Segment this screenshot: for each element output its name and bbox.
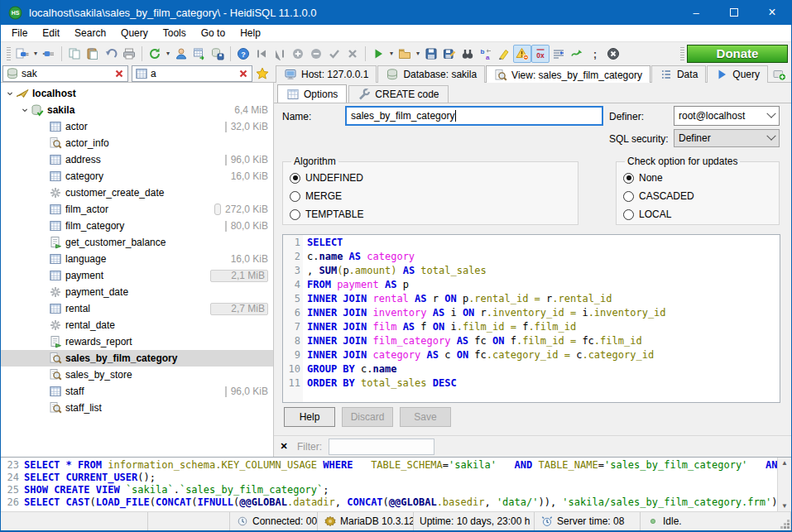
radio-button-icon[interactable] xyxy=(623,191,634,202)
save-database-button[interactable] xyxy=(209,45,227,63)
maximize-button[interactable] xyxy=(715,0,753,25)
tab-create-code[interactable]: CREATE code xyxy=(348,85,448,103)
definer-combobox[interactable]: root@localhost xyxy=(674,106,780,126)
scroll-down-icon[interactable]: ▼ xyxy=(781,502,788,510)
tree-item-get-customer-balance[interactable]: get_customer_balance xyxy=(1,234,273,251)
radio-button-icon[interactable] xyxy=(290,191,300,202)
favorites-button[interactable] xyxy=(252,65,272,83)
tab-host-127-0-0-1[interactable]: Host: 127.0.0.1 xyxy=(276,65,377,83)
chevron-expanded-icon[interactable] xyxy=(19,105,31,115)
clear-filter-icon[interactable] xyxy=(237,67,250,80)
tree-item-film-actor[interactable]: film_actor272,0 KiB xyxy=(1,201,273,218)
menu-query[interactable]: Query xyxy=(113,26,156,41)
tree-item-payment[interactable]: payment2,1 MiB xyxy=(1,267,273,284)
close-button[interactable]: × xyxy=(753,0,791,25)
tab-database-sakila[interactable]: Database: sakila xyxy=(377,65,485,83)
tree-item-category[interactable]: category16,0 KiB xyxy=(1,168,273,185)
radio-button-icon[interactable] xyxy=(290,209,300,220)
dropdown-caret-icon[interactable]: ▾ xyxy=(414,45,422,63)
menu-file[interactable]: File xyxy=(4,26,35,41)
dropdown-caret-icon[interactable]: ▾ xyxy=(387,45,396,63)
tree-item-localhost[interactable]: localhost xyxy=(1,85,273,102)
connect-button[interactable] xyxy=(13,45,31,63)
help-button[interactable]: Help xyxy=(284,407,335,427)
view-name-input[interactable]: sales_by_film_category xyxy=(345,106,603,126)
view-sql-editor[interactable]: 1234567891011 SELECTc.name AS category, … xyxy=(282,234,780,403)
check-option-radio-none[interactable]: None xyxy=(623,169,772,187)
disconnect-button[interactable] xyxy=(40,45,58,63)
tree-item-address[interactable]: address96,0 KiB xyxy=(1,151,273,168)
table-filter-input[interactable]: a xyxy=(132,65,252,82)
warning-filter-button[interactable] xyxy=(513,45,531,63)
algorithm-radio-merge[interactable]: MERGE xyxy=(290,187,571,205)
menu-help[interactable]: Help xyxy=(233,26,268,41)
hex-view-button[interactable]: 0x xyxy=(531,45,550,63)
minimize-button[interactable]: – xyxy=(677,0,715,25)
highlight-button[interactable] xyxy=(495,45,513,63)
sql-log-panel[interactable]: 23SELECT * FROM information_schema.KEY_C… xyxy=(1,457,791,511)
tree-item-sales-by-store[interactable]: sales_by_store xyxy=(1,367,273,383)
help-button[interactable]: ? xyxy=(234,45,252,63)
cancel-editing-button[interactable] xyxy=(343,45,362,63)
refresh-button[interactable] xyxy=(146,45,164,63)
menu-tools[interactable]: Tools xyxy=(156,26,194,41)
tab-data[interactable]: Data xyxy=(651,65,706,83)
filter-input[interactable] xyxy=(329,439,434,455)
clear-filter-icon[interactable] xyxy=(113,67,126,80)
check-option-radio-cascaded[interactable]: CASCADED xyxy=(623,187,772,205)
tree-item-rental-date[interactable]: rental_date xyxy=(1,317,273,333)
tree-item-actor[interactable]: actor32,0 KiB xyxy=(1,118,273,135)
load-sql-file-button[interactable] xyxy=(396,45,414,63)
tree-item-rental[interactable]: rental2,7 MiB xyxy=(1,300,273,317)
tree-item-film-category[interactable]: film_category80,0 KiB xyxy=(1,218,273,234)
tree-item-sales-by-film-category[interactable]: sales_by_film_category xyxy=(1,350,273,367)
first-record-button[interactable] xyxy=(252,45,271,63)
scroll-up-icon[interactable]: ▲ xyxy=(781,459,788,467)
discard-button[interactable]: Discard xyxy=(342,407,393,427)
tree-item-payment-date[interactable]: payment_date xyxy=(1,284,273,300)
tree-item-staff[interactable]: staff96,0 KiB xyxy=(1,383,273,400)
close-filter-icon[interactable]: ✕ xyxy=(274,441,294,452)
tree-item-rewards-report[interactable]: rewards_report xyxy=(1,333,273,350)
menu-search[interactable]: Search xyxy=(67,26,113,41)
tree-item-language[interactable]: language16,0 KiB xyxy=(1,251,273,267)
algorithm-radio-temptable[interactable]: TEMPTABLE xyxy=(290,205,571,223)
paste-button[interactable] xyxy=(84,45,102,63)
menu-go-to[interactable]: Go to xyxy=(194,26,233,41)
menu-edit[interactable]: Edit xyxy=(35,26,67,41)
print-button[interactable] xyxy=(120,45,138,63)
delimiter-button[interactable]: ; xyxy=(586,45,604,63)
donate-button[interactable]: Donate xyxy=(687,45,788,63)
last-record-button[interactable] xyxy=(271,45,289,63)
tree-item-staff-list[interactable]: staff_list xyxy=(1,400,273,416)
post-changes-button[interactable] xyxy=(325,45,343,63)
tree-item-sakila[interactable]: sakila6,4 MiB xyxy=(1,102,273,118)
save-as-button[interactable] xyxy=(440,45,458,63)
save-button[interactable] xyxy=(422,45,440,63)
dropdown-caret-icon[interactable]: ▾ xyxy=(164,45,172,63)
copy-button[interactable] xyxy=(65,45,84,63)
tree-item-customer-create-date[interactable]: customer_create_date xyxy=(1,185,273,201)
radio-button-icon[interactable] xyxy=(623,209,634,220)
run-query-button[interactable] xyxy=(369,45,387,63)
stop-button[interactable] xyxy=(604,45,622,63)
tab-view-sales-by-film-category[interactable]: View: sales_by_film_category xyxy=(486,65,650,84)
save-button[interactable]: Save xyxy=(400,407,451,427)
chevron-expanded-icon[interactable] xyxy=(4,89,16,98)
database-tree[interactable]: localhostsakila6,4 MiBactor32,0 KiBactor… xyxy=(1,83,274,457)
database-filter-input[interactable]: sak xyxy=(2,65,128,82)
resize-grip[interactable] xyxy=(787,526,790,529)
user-manager-button[interactable] xyxy=(172,45,190,63)
reformat-button[interactable] xyxy=(550,45,568,63)
replace-button[interactable]: ba xyxy=(477,45,495,63)
radio-button-icon[interactable] xyxy=(623,173,634,184)
find-button[interactable] xyxy=(458,45,477,63)
log-scrollbar[interactable]: ▲ ▼ xyxy=(777,458,791,511)
bind-params-button[interactable] xyxy=(568,45,586,63)
algorithm-radio-undefined[interactable]: UNDEFINED xyxy=(290,169,571,187)
export-database-button[interactable] xyxy=(190,45,209,63)
dropdown-caret-icon[interactable]: ▾ xyxy=(31,45,40,63)
insert-record-button[interactable] xyxy=(289,45,307,63)
tree-item-actor-info[interactable]: actor_info xyxy=(1,135,273,151)
delete-record-button[interactable] xyxy=(307,45,325,63)
